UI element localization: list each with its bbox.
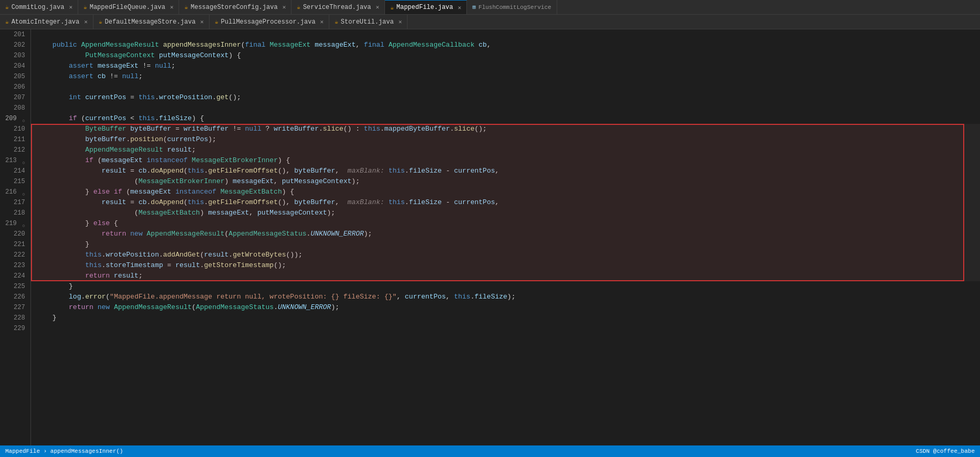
line-num-218: 218 xyxy=(5,208,25,218)
java-icon: ☕ xyxy=(84,4,87,10)
tab-mappedfilequeue[interactable]: ☕ MappedFileQueue.java ✕ xyxy=(78,0,179,14)
tab-mappedfile[interactable]: ☕ MappedFile.java ✕ xyxy=(385,0,467,14)
line-num-207: 207 xyxy=(5,92,25,103)
tab-label: StoreUtil.java xyxy=(341,18,394,26)
java-icon: ☕ xyxy=(5,18,9,25)
tab-close[interactable]: ✕ xyxy=(458,4,462,11)
code-line-201 xyxy=(31,29,980,40)
code-line-212: AppendMessageResult result; xyxy=(31,145,980,155)
tab-label: DefaultMessageStore.java xyxy=(105,18,196,26)
code-line-216: } else if (messageExt instanceof Message… xyxy=(31,187,980,197)
code-line-221: } xyxy=(31,239,980,250)
line-num-208: 208 xyxy=(5,103,25,113)
code-line-225: } xyxy=(31,281,980,292)
tab-close[interactable]: ✕ xyxy=(84,18,88,25)
code-line-219: } else { xyxy=(31,218,980,229)
code-area[interactable]: 201 202 203 204 205 206 207 208 209○ 210… xyxy=(0,29,980,445)
tab-close[interactable]: ✕ xyxy=(200,18,204,25)
code-line-208 xyxy=(31,103,980,113)
line-num-215: 215 xyxy=(5,176,25,187)
tab-pullmessageprocessor[interactable]: ☕ PullMessageProcessor.java ✕ xyxy=(210,15,329,29)
java-icon: ☕ xyxy=(184,4,188,10)
line-num-217: 217 xyxy=(5,197,25,208)
line-num-209: 209○ xyxy=(5,113,25,124)
line-num-201: 201 xyxy=(5,29,25,40)
line-num-220: 220 xyxy=(5,229,25,239)
tab-close[interactable]: ✕ xyxy=(399,18,402,25)
tab-label: MappedFileQueue.java xyxy=(90,4,165,11)
line-num-227: 227 xyxy=(5,302,25,313)
code-line-204: assert messageExt != null; xyxy=(31,61,980,71)
code-line-203: PutMessageContext putMessageContext) { xyxy=(31,50,980,61)
tab-label: AtomicInteger.java xyxy=(12,18,80,26)
code-line-218: (MessageExtBatch) messageExt, putMessage… xyxy=(31,208,980,218)
java-icon: ☕ xyxy=(335,18,338,25)
line-num-211: 211 xyxy=(5,134,25,145)
tab-commitlog[interactable]: ☕ CommitLog.java ✕ xyxy=(0,0,78,14)
tab-close[interactable]: ✕ xyxy=(320,18,324,25)
line-num-223: 223 xyxy=(5,260,25,271)
code-line-202: public AppendMessageResult appendMessage… xyxy=(31,40,980,50)
line-num-214: 214 xyxy=(5,166,25,176)
code-line-223: this.storeTimestamp = result.getStoreTim… xyxy=(31,260,980,271)
code-line-224: return result; xyxy=(31,271,980,281)
line-num-222: 222 xyxy=(5,250,25,260)
tab-label: ServiceThread.java xyxy=(303,4,371,11)
breadcrumb-file: MappedFile xyxy=(5,448,40,454)
tab-label: FlushCommitLogService xyxy=(478,4,551,10)
code-line-205: assert cb != null; xyxy=(31,71,980,82)
java-icon: ☕ xyxy=(99,18,102,25)
tab-atomicinteger[interactable]: ☕ AtomicInteger.java ✕ xyxy=(0,15,93,29)
code-line-229 xyxy=(31,323,980,334)
line-num-204: 204 xyxy=(5,61,25,71)
breadcrumb-separator: › xyxy=(44,448,50,454)
tab-storeutil[interactable]: ☕ StoreUtil.java ✕ xyxy=(329,15,408,29)
tab-label: PullMessageProcessor.java xyxy=(221,18,316,26)
tab-bar-top: ☕ CommitLog.java ✕ ☕ MappedFileQueue.jav… xyxy=(0,0,980,15)
tab-servicethread[interactable]: ☕ ServiceThread.java ✕ xyxy=(291,0,385,14)
java-icon: ☕ xyxy=(390,4,394,11)
line-num-202: 202 xyxy=(5,40,25,50)
line-num-203: 203 xyxy=(5,50,25,61)
line-num-226: 226 xyxy=(5,292,25,302)
tab-label: MappedFile.java xyxy=(397,4,453,11)
line-num-210: 210 xyxy=(5,124,25,134)
line-num-224: 224 xyxy=(5,271,25,281)
tab-messagestoreconfig[interactable]: ☕ MessageStoreConfig.java ✕ xyxy=(179,0,291,14)
tab-label: MessageStoreConfig.java xyxy=(191,4,278,11)
tab-close[interactable]: ✕ xyxy=(376,4,380,10)
breadcrumb-method: appendMessagesInner() xyxy=(50,448,123,454)
tab-bar-second: ☕ AtomicInteger.java ✕ ☕ DefaultMessageS… xyxy=(0,15,980,29)
code-line-213: if (messageExt instanceof MessageExtBrok… xyxy=(31,155,980,166)
java-icon: ☕ xyxy=(5,4,9,10)
code-line-227: return new AppendMessageResult(AppendMes… xyxy=(31,302,980,313)
tab-close[interactable]: ✕ xyxy=(69,4,72,10)
tab-flushcommitlogservice[interactable]: ⊞ FlushCommitLogService xyxy=(467,0,557,14)
tab-close[interactable]: ✕ xyxy=(283,4,286,10)
grid-icon: ⊞ xyxy=(472,4,476,10)
line-num-205: 205 xyxy=(5,71,25,82)
line-numbers: 201 202 203 204 205 206 207 208 209○ 210… xyxy=(0,29,31,445)
tab-close[interactable]: ✕ xyxy=(170,4,174,10)
code-line-206 xyxy=(31,82,980,92)
code-line-210: ByteBuffer byteBuffer = writeBuffer != n… xyxy=(31,124,980,134)
code-line-220: return new AppendMessageResult(AppendMes… xyxy=(31,229,980,239)
line-num-212: 212 xyxy=(5,145,25,155)
line-num-219: 219○ xyxy=(5,218,25,229)
code-line-209: if (currentPos < this.fileSize) { xyxy=(31,113,980,124)
code-line-215: (MessageExtBrokerInner) messageExt, putM… xyxy=(31,176,980,187)
tab-defaultmessagestore[interactable]: ☕ DefaultMessageStore.java ✕ xyxy=(93,15,210,29)
line-num-206: 206 xyxy=(5,82,25,92)
code-line-222: this.wrotePosition.addAndGet(result.getW… xyxy=(31,250,980,260)
status-bar: MappedFile › appendMessagesInner() CSDN … xyxy=(0,445,980,457)
java-icon: ☕ xyxy=(215,18,218,25)
line-num-229: 229 xyxy=(5,323,25,334)
breadcrumb: MappedFile › appendMessagesInner() xyxy=(5,448,123,454)
line-num-213: 213○ xyxy=(5,155,25,166)
code-line-228: } xyxy=(31,313,980,323)
code-content[interactable]: public AppendMessageResult appendMessage… xyxy=(31,29,980,445)
code-line-226: log.error("MappedFile.appendMessage retu… xyxy=(31,292,980,302)
line-num-225: 225 xyxy=(5,281,25,292)
line-num-216: 216○ xyxy=(5,187,25,197)
code-line-211: byteBuffer.position(currentPos); xyxy=(31,134,980,145)
